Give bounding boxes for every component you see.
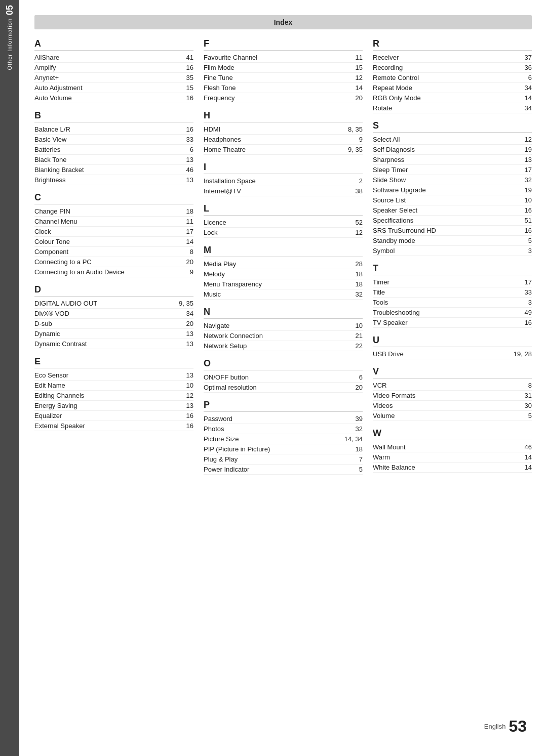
- main-content: Index AAllShare41Amplify16Anynet+35Auto …: [19, 0, 547, 756]
- index-row: Installation Space2: [204, 176, 363, 186]
- index-term: Home Theatre: [204, 146, 246, 153]
- index-row: Timer17: [373, 277, 532, 287]
- index-term: External Speaker: [34, 422, 85, 430]
- index-term: Warm: [373, 453, 390, 461]
- index-page: 9: [190, 268, 193, 276]
- index-term: ON/OFF button: [204, 373, 249, 381]
- index-term: Sharpness: [373, 156, 404, 163]
- index-page: 12: [525, 136, 532, 143]
- index-term: Amplify: [34, 64, 56, 71]
- index-row: Balance L/R16: [34, 124, 193, 135]
- index-page: 8: [190, 248, 193, 256]
- index-term: Internet@TV: [204, 187, 241, 195]
- index-row: Favourite Channel11: [204, 53, 363, 63]
- index-term: Network Connection: [204, 332, 263, 340]
- index-term: Media Play: [204, 260, 236, 268]
- index-term: Balance L/R: [34, 125, 70, 133]
- index-term: Source List: [373, 196, 406, 204]
- index-page: 14: [525, 464, 532, 471]
- index-page: 17: [525, 278, 532, 286]
- index-page: 13: [525, 156, 532, 163]
- index-page: 22: [356, 342, 363, 350]
- index-page: 15: [186, 84, 193, 92]
- index-row: Standby mode5: [373, 236, 532, 246]
- index-page: 34: [186, 310, 193, 317]
- index-row: Sharpness13: [373, 155, 532, 165]
- index-term: Volume: [373, 412, 395, 419]
- index-row: SRS TruSurround HD16: [373, 226, 532, 236]
- index-row: Lock12: [204, 228, 363, 238]
- column-0: AAllShare41Amplify16Anynet+35Auto Adjust…: [34, 38, 204, 702]
- index-page: 16: [525, 227, 532, 234]
- index-term: Plug & Play: [204, 455, 238, 463]
- index-page: 19: [525, 186, 532, 194]
- index-row: Picture Size14, 34: [204, 434, 363, 444]
- index-row: White Balance14: [373, 463, 532, 473]
- index-row: Connecting to an Audio Device9: [34, 267, 193, 277]
- index-row: RGB Only Mode14: [373, 93, 532, 103]
- page-container: 05 Other Information Index AAllShare41Am…: [0, 0, 547, 756]
- column-2: RReceiver37Recording36Remote Control6Rep…: [373, 38, 532, 702]
- index-row: Password39: [204, 414, 363, 424]
- index-page: 46: [525, 443, 532, 451]
- index-row: Power Indicator5: [204, 465, 363, 475]
- index-page: 16: [186, 412, 193, 419]
- index-term: PIP (Picture in Picture): [204, 445, 270, 453]
- section-letter-R: R: [373, 38, 532, 51]
- index-term: Energy Saving: [34, 402, 77, 409]
- index-row: Navigate10: [204, 321, 363, 331]
- index-row: Dynamic13: [34, 329, 193, 339]
- index-page: 18: [356, 280, 363, 288]
- index-term: Specifications: [373, 217, 413, 224]
- index-page: 5: [359, 466, 363, 473]
- index-page: 37: [525, 54, 532, 61]
- index-term: Power Indicator: [204, 466, 249, 473]
- index-term: Connecting to a PC: [34, 258, 92, 266]
- index-row: Symbol3: [373, 246, 532, 256]
- index-term: Anynet+: [34, 74, 59, 81]
- side-tab: 05 Other Information: [0, 0, 19, 756]
- footer-english-label: English: [484, 723, 506, 730]
- index-page: 36: [525, 64, 532, 71]
- index-row: Frequency20: [204, 93, 363, 103]
- index-term: White Balance: [373, 464, 415, 471]
- index-term: Music: [204, 290, 221, 298]
- index-term: Wall Mount: [373, 443, 406, 451]
- index-page: 33: [525, 288, 532, 296]
- index-page: 28: [356, 260, 363, 268]
- index-term: AllShare: [34, 54, 59, 61]
- index-row: AllShare41: [34, 53, 193, 63]
- index-page: 21: [356, 332, 363, 340]
- index-page: 16: [186, 125, 193, 133]
- index-term: Lock: [204, 229, 217, 236]
- index-term: Videos: [373, 402, 393, 409]
- index-row: Repeat Mode34: [373, 83, 532, 93]
- index-term: Black Tone: [34, 156, 66, 163]
- index-term: SRS TruSurround HD: [373, 227, 436, 234]
- index-row: DIGITAL AUDIO OUT9, 35: [34, 299, 193, 309]
- section-letter-M: M: [204, 245, 363, 257]
- index-page: 39: [356, 415, 363, 423]
- index-page: 41: [186, 54, 193, 61]
- index-row: Remote Control6: [373, 73, 532, 83]
- index-term: Component: [34, 248, 68, 256]
- index-page: 49: [525, 309, 532, 316]
- index-term: Edit Name: [34, 382, 65, 389]
- index-row: VCR8: [373, 381, 532, 391]
- index-page: 10: [186, 382, 193, 389]
- index-term: Sleep Timer: [373, 166, 408, 174]
- index-page: 6: [359, 373, 363, 381]
- index-term: Melody: [204, 270, 225, 278]
- index-term: Photos: [204, 425, 224, 433]
- section-letter-N: N: [204, 307, 363, 319]
- index-page: 17: [525, 166, 532, 174]
- index-row: Black Tone13: [34, 155, 193, 165]
- index-term: Network Setup: [204, 342, 247, 350]
- index-page: 7: [359, 455, 363, 463]
- index-page: 14: [356, 84, 363, 92]
- index-term: Receiver: [373, 54, 399, 61]
- index-page: 20: [356, 384, 363, 391]
- index-term: Batteries: [34, 146, 60, 153]
- index-row: Melody18: [204, 269, 363, 279]
- index-row: Film Mode15: [204, 63, 363, 73]
